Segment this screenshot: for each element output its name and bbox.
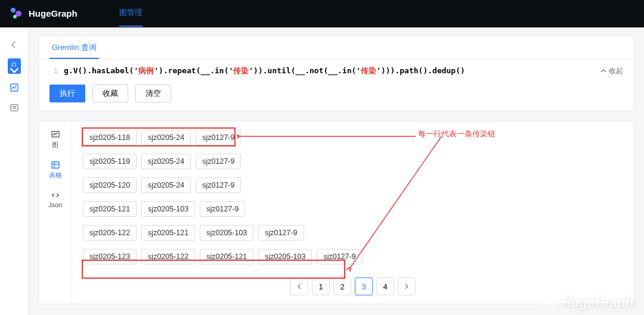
chevron-down-icon[interactable] <box>8 67 21 74</box>
node-chip[interactable]: sjz0205-24 <box>141 177 191 193</box>
analysis-icon[interactable] <box>8 81 21 94</box>
clear-button[interactable]: 清空 <box>135 85 171 102</box>
chevron-up-icon <box>600 69 606 73</box>
view-tabs: 图 表格 Json <box>39 121 72 304</box>
node-chip[interactable]: sjz0205-121 <box>200 249 253 264</box>
graph-icon <box>51 130 60 139</box>
page-prev[interactable] <box>290 277 308 295</box>
node-chip[interactable]: sjz0205-24 <box>141 130 191 145</box>
svg-rect-3 <box>52 162 59 169</box>
logo-icon <box>11 7 24 20</box>
node-chip[interactable]: sjz0205-122 <box>83 225 137 241</box>
node-chip[interactable]: sjz0205-122 <box>141 249 195 264</box>
page-1[interactable]: 1 <box>312 277 330 295</box>
node-chip[interactable]: sjz0127-9 <box>196 177 241 193</box>
line-number: 1 <box>49 67 58 75</box>
collapse-toggle[interactable]: 收起 <box>600 66 623 76</box>
node-chip[interactable]: sjz0205-121 <box>141 225 195 241</box>
svg-point-7 <box>548 301 556 308</box>
chain-row: sjz0205-119sjz0205-24sjz0127-9 <box>83 154 623 169</box>
page-3[interactable]: 3 <box>355 277 373 295</box>
chain-row: sjz0205-123sjz0205-122sjz0205-121sjz0205… <box>83 249 623 264</box>
node-chip[interactable]: sjz0127-9 <box>196 130 241 145</box>
top-bar: HugeGraph 图管理 <box>0 0 644 27</box>
node-chip[interactable]: sjz0127-9 <box>317 249 362 264</box>
node-chip[interactable]: sjz0205-103 <box>141 201 195 217</box>
chain-row: sjz0205-118sjz0205-24sjz0127-9 <box>83 130 623 145</box>
chain-row: sjz0205-122sjz0205-121sjz0205-103sjz0127… <box>83 225 623 241</box>
svg-rect-0 <box>11 84 18 91</box>
node-chip[interactable]: sjz0205-103 <box>258 249 312 264</box>
pagination: 1234 <box>83 273 623 295</box>
gremlin-code-input[interactable]: g.V().hasLabel('病例').repeat(__.in('传染'))… <box>64 66 595 76</box>
table-icon <box>51 160 60 170</box>
code-icon <box>51 191 60 200</box>
query-card: Gremlin 查询 1 g.V().hasLabel('病例').repeat… <box>38 36 634 111</box>
top-tabs: 图管理 <box>119 0 143 27</box>
node-chip[interactable]: sjz0127-9 <box>200 201 245 217</box>
wechat-icon <box>541 296 557 309</box>
page-4[interactable]: 4 <box>376 277 394 295</box>
view-tab-table[interactable]: 表格 <box>49 160 62 180</box>
node-chip[interactable]: sjz0205-103 <box>200 225 253 241</box>
logo: HugeGraph <box>11 7 78 20</box>
node-chip[interactable]: sjz0205-118 <box>83 130 137 145</box>
result-card: 图 表格 Json 每一行代表一条传染链 sjz0205-118sjz020 <box>38 121 634 304</box>
node-chip[interactable]: sjz0205-120 <box>83 177 137 193</box>
node-chip[interactable]: sjz0127-9 <box>258 225 304 241</box>
node-chip[interactable]: sjz0205-123 <box>83 249 137 264</box>
list-icon[interactable] <box>8 101 21 114</box>
node-chip[interactable]: sjz0205-121 <box>83 201 137 217</box>
result-body: 每一行代表一条传染链 sjz0205-118sjz0205-24sjz0127-… <box>72 121 634 304</box>
chain-row: sjz0205-120sjz0205-24sjz0127-9 <box>83 177 623 193</box>
favorite-button[interactable]: 收藏 <box>92 85 128 102</box>
node-chip[interactable]: sjz0205-24 <box>141 154 191 169</box>
view-tab-graph[interactable]: 图 <box>51 130 60 149</box>
page-2[interactable]: 2 <box>333 277 351 295</box>
node-chip[interactable]: sjz0205-119 <box>83 154 137 169</box>
brand-name: HugeGraph <box>29 8 78 18</box>
page-next[interactable] <box>398 277 416 295</box>
node-chip[interactable]: sjz0127-9 <box>196 154 241 169</box>
view-tab-json[interactable]: Json <box>48 191 62 208</box>
tab-graph-mgmt[interactable]: 图管理 <box>119 0 143 27</box>
tab-gremlin-query[interactable]: Gremlin 查询 <box>49 42 99 59</box>
run-button[interactable]: 执行 <box>49 85 85 102</box>
left-nav: G <box>0 27 29 315</box>
watermark: HugeGraph <box>541 295 633 310</box>
back-icon[interactable] <box>8 38 21 51</box>
chain-row: sjz0205-121sjz0205-103sjz0127-9 <box>83 201 623 217</box>
